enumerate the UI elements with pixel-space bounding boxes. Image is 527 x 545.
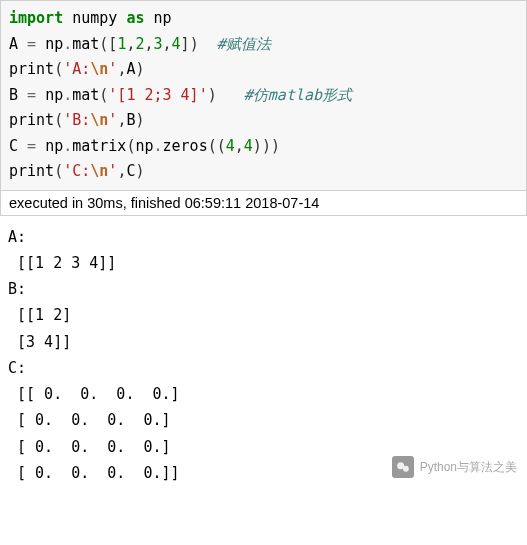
comma: , [163, 35, 172, 53]
paren-open: ( [54, 162, 63, 180]
bracket-close: ] [181, 35, 190, 53]
num: 3 [154, 35, 163, 53]
paren-close: ) [271, 137, 280, 155]
paren-open: ( [54, 111, 63, 129]
var-a: A [9, 35, 18, 53]
kw-import: import [9, 9, 63, 27]
var-b: B [9, 86, 18, 104]
fn-print: print [9, 111, 54, 129]
svg-point-1 [403, 466, 409, 472]
kw-as: as [126, 9, 144, 27]
str-quote: ' [63, 60, 72, 78]
wechat-icon [392, 456, 414, 478]
num: 4 [226, 137, 235, 155]
np: np [135, 137, 153, 155]
comma: , [235, 137, 244, 155]
dot: . [63, 35, 72, 53]
fn-print: print [9, 162, 54, 180]
paren-close: ) [135, 60, 144, 78]
code-cell: import numpy as np A = np.mat([1,2,3,4])… [0, 0, 527, 191]
fn-print: print [9, 60, 54, 78]
paren-close: ) [262, 137, 271, 155]
watermark: Python与算法之美 [392, 456, 517, 478]
paren-open: ( [208, 137, 217, 155]
num: 4 [244, 137, 253, 155]
watermark-text: Python与算法之美 [420, 459, 517, 476]
fn-mat: mat [72, 86, 99, 104]
op-eq: = [27, 35, 36, 53]
paren-close: ) [135, 162, 144, 180]
var-c: C [9, 137, 18, 155]
dot: . [154, 137, 163, 155]
dot: . [63, 86, 72, 104]
comment: #赋值法 [217, 35, 271, 53]
str: '[1 2;3 4]' [108, 86, 207, 104]
comment: #仿matlab形式 [244, 86, 352, 104]
op-eq: = [27, 86, 36, 104]
paren-close: ) [208, 86, 217, 104]
paren-open: ( [217, 137, 226, 155]
dot: . [63, 137, 72, 155]
execution-status: executed in 30ms, finished 06:59:11 2018… [0, 191, 527, 216]
fn-zeros: zeros [163, 137, 208, 155]
paren-close: ) [253, 137, 262, 155]
str-escape: \n [90, 162, 108, 180]
str-escape: \n [90, 111, 108, 129]
np: np [45, 137, 63, 155]
fn-matrix: matrix [72, 137, 126, 155]
module-name: numpy [72, 9, 117, 27]
paren-close: ) [190, 35, 199, 53]
np: np [45, 35, 63, 53]
fn-mat: mat [72, 35, 99, 53]
paren-close: ) [135, 111, 144, 129]
paren-open: ( [54, 60, 63, 78]
np: np [45, 86, 63, 104]
output-cell: A: [[1 2 3 4]] B: [[1 2] [3 4]] C: [[ 0.… [0, 216, 527, 497]
str-escape: \n [90, 60, 108, 78]
alias: np [154, 9, 172, 27]
paren-open: ( [99, 35, 108, 53]
op-eq: = [27, 137, 36, 155]
comma: , [144, 35, 153, 53]
paren-open: ( [99, 86, 108, 104]
str-body: B: [72, 111, 90, 129]
str-quote: ' [63, 162, 72, 180]
num: 4 [172, 35, 181, 53]
str-body: A: [72, 60, 90, 78]
str-quote: ' [63, 111, 72, 129]
str-body: C: [72, 162, 90, 180]
